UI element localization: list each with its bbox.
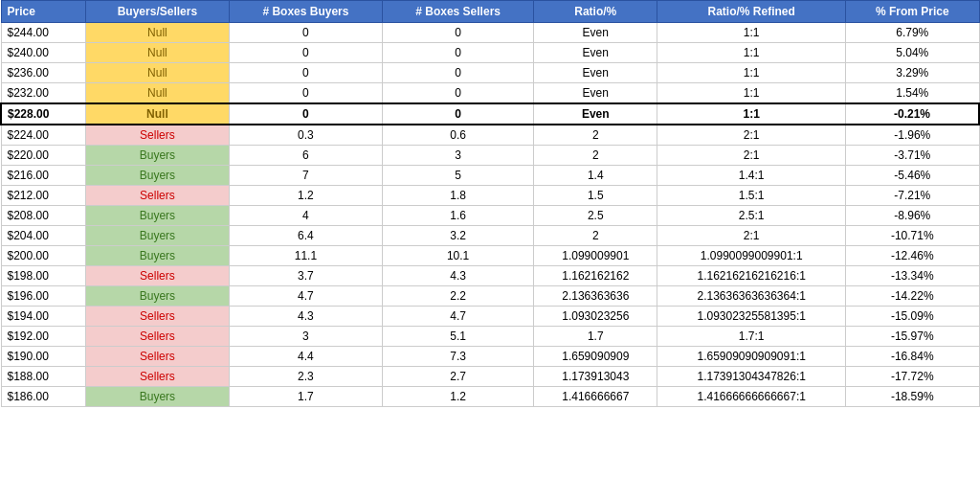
box-sellers-cell: 3 — [383, 146, 534, 166]
buyers-sellers-cell: Buyers — [85, 166, 229, 186]
ratio-cell: 2 — [534, 226, 657, 246]
col-header-2: # Boxes Buyers — [229, 1, 382, 23]
from-price-cell: -3.71% — [845, 146, 979, 166]
ratio-cell: 1.5 — [534, 186, 657, 206]
price-cell: $192.00 — [1, 327, 85, 347]
box-sellers-cell: 3.2 — [383, 226, 534, 246]
price-cell: $208.00 — [1, 206, 85, 226]
buyers-sellers-cell: Null — [85, 83, 229, 104]
ratio-cell: Even — [534, 43, 657, 63]
box-sellers-cell: 1.6 — [383, 206, 534, 226]
box-buyers-cell: 1.2 — [229, 186, 382, 206]
box-sellers-cell: 4.3 — [383, 266, 534, 286]
col-header-3: # Boxes Sellers — [383, 1, 534, 23]
box-buyers-cell: 1.7 — [229, 387, 382, 407]
col-header-5: Ratio/% Refined — [657, 1, 846, 23]
price-cell: $190.00 — [1, 347, 85, 367]
ratio-refined-cell: 1.65909090909091:1 — [657, 347, 846, 367]
ratio-cell: 1.4 — [534, 166, 657, 186]
price-cell: $244.00 — [1, 23, 85, 43]
price-cell: $196.00 — [1, 286, 85, 307]
price-cell: $194.00 — [1, 307, 85, 327]
buyers-sellers-cell: Sellers — [85, 307, 229, 327]
ratio-cell: Even — [534, 83, 657, 104]
from-price-cell: -15.97% — [845, 327, 979, 347]
main-table: PriceBuyers/Sellers# Boxes Buyers# Boxes… — [0, 0, 980, 407]
ratio-refined-cell: 1.4:1 — [657, 166, 846, 186]
box-buyers-cell: 0 — [229, 43, 382, 63]
box-sellers-cell: 1.2 — [383, 387, 534, 407]
price-cell: $216.00 — [1, 166, 85, 186]
ratio-cell: Even — [534, 23, 657, 43]
box-buyers-cell: 0.3 — [229, 125, 382, 146]
ratio-refined-cell: 1.7:1 — [657, 327, 846, 347]
price-cell: $204.00 — [1, 226, 85, 246]
ratio-cell: 2.5 — [534, 206, 657, 226]
box-buyers-cell: 0 — [229, 83, 382, 104]
from-price-cell: -0.21% — [845, 103, 979, 125]
ratio-cell: 1.093023256 — [534, 307, 657, 327]
buyers-sellers-cell: Buyers — [85, 286, 229, 307]
buyers-sellers-cell: Sellers — [85, 367, 229, 387]
price-cell: $236.00 — [1, 63, 85, 83]
ratio-refined-cell: 1.16216216216216:1 — [657, 266, 846, 286]
from-price-cell: -15.09% — [845, 307, 979, 327]
buyers-sellers-cell: Sellers — [85, 125, 229, 146]
box-buyers-cell: 0 — [229, 103, 382, 125]
from-price-cell: -17.72% — [845, 367, 979, 387]
price-cell: $200.00 — [1, 246, 85, 266]
box-buyers-cell: 3 — [229, 327, 382, 347]
price-cell: $232.00 — [1, 83, 85, 104]
from-price-cell: -13.34% — [845, 266, 979, 286]
box-buyers-cell: 0 — [229, 23, 382, 43]
ratio-refined-cell: 2:1 — [657, 125, 846, 146]
box-buyers-cell: 11.1 — [229, 246, 382, 266]
buyers-sellers-cell: Null — [85, 23, 229, 43]
from-price-cell: -5.46% — [845, 166, 979, 186]
price-cell: $198.00 — [1, 266, 85, 286]
ratio-refined-cell: 2:1 — [657, 146, 846, 166]
ratio-cell: Even — [534, 63, 657, 83]
from-price-cell: -12.46% — [845, 246, 979, 266]
ratio-cell: 1.659090909 — [534, 347, 657, 367]
price-cell: $220.00 — [1, 146, 85, 166]
buyers-sellers-cell: Sellers — [85, 327, 229, 347]
box-sellers-cell: 0.6 — [383, 125, 534, 146]
box-sellers-cell: 0 — [383, 83, 534, 104]
from-price-cell: -7.21% — [845, 186, 979, 206]
box-sellers-cell: 2.7 — [383, 367, 534, 387]
box-sellers-cell: 0 — [383, 43, 534, 63]
from-price-cell: -1.96% — [845, 125, 979, 146]
box-sellers-cell: 0 — [383, 23, 534, 43]
ratio-cell: 1.416666667 — [534, 387, 657, 407]
ratio-refined-cell: 1.09302325581395:1 — [657, 307, 846, 327]
ratio-cell: 2 — [534, 146, 657, 166]
box-buyers-cell: 7 — [229, 166, 382, 186]
ratio-refined-cell: 2.5:1 — [657, 206, 846, 226]
box-buyers-cell: 0 — [229, 63, 382, 83]
from-price-cell: 5.04% — [845, 43, 979, 63]
buyers-sellers-cell: Buyers — [85, 146, 229, 166]
box-sellers-cell: 5.1 — [383, 327, 534, 347]
box-buyers-cell: 3.7 — [229, 266, 382, 286]
buyers-sellers-cell: Sellers — [85, 347, 229, 367]
from-price-cell: -10.71% — [845, 226, 979, 246]
buyers-sellers-cell: Buyers — [85, 387, 229, 407]
box-sellers-cell: 2.2 — [383, 286, 534, 307]
box-buyers-cell: 4 — [229, 206, 382, 226]
ratio-refined-cell: 1.17391304347826:1 — [657, 367, 846, 387]
box-sellers-cell: 0 — [383, 103, 534, 125]
buyers-sellers-cell: Sellers — [85, 186, 229, 206]
buyers-sellers-cell: Null — [85, 63, 229, 83]
ratio-refined-cell: 2:1 — [657, 226, 846, 246]
from-price-cell: 6.79% — [845, 23, 979, 43]
ratio-refined-cell: 1:1 — [657, 43, 846, 63]
from-price-cell: -8.96% — [845, 206, 979, 226]
price-cell: $228.00 — [1, 103, 85, 125]
ratio-cell: 1.099009901 — [534, 246, 657, 266]
from-price-cell: -18.59% — [845, 387, 979, 407]
ratio-refined-cell: 1:1 — [657, 23, 846, 43]
ratio-refined-cell: 1.0990099009901:1 — [657, 246, 846, 266]
ratio-cell: Even — [534, 103, 657, 125]
col-header-4: Ratio/% — [534, 1, 657, 23]
